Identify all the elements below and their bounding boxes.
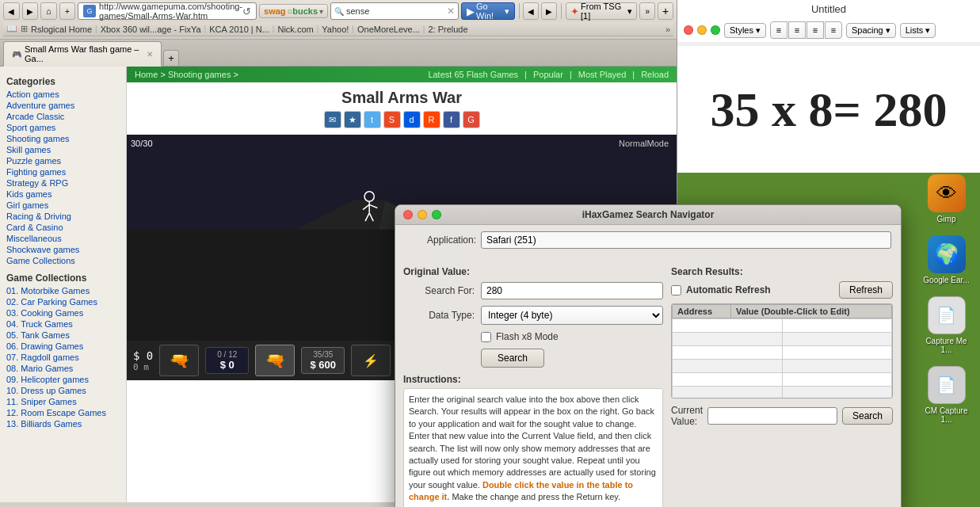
browser-search-bar[interactable]: 🔍 sense ✕ [330,2,459,20]
forward-button[interactable]: ▶ [22,2,39,20]
sidebar-link-skill[interactable]: Skill games [0,144,126,155]
align-right-button[interactable]: ≡ [806,21,824,39]
current-value-input[interactable] [707,407,837,425]
sidebar-carparking[interactable]: 02. Car Parking Games [0,296,126,307]
popular-link[interactable]: Popular [533,70,563,79]
sidebar-motorbike[interactable]: 01. Motorbike Games [0,285,126,296]
cm-capture-icon[interactable]: 📄 CM Capture 1... [921,366,972,424]
bookmark-nick[interactable]: Nick.com [277,25,313,34]
styles-select[interactable]: Styles ▾ [724,23,766,38]
active-tab[interactable]: 🎮 Small Arms War flash game – Ga... ✕ [3,41,162,67]
sidebar-ragdoll[interactable]: 07. Ragdoll games [0,352,126,363]
url-reload-button[interactable]: ↺ [242,6,251,17]
sidebar-link-sport[interactable]: Sport games [0,122,126,133]
bookmark-onemorelevels[interactable]: OneMoreLeve... [357,25,420,34]
sidebar-link-arcade[interactable]: Arcade Classic [0,111,126,122]
sidebar-link-girl[interactable]: Girl games [0,200,126,211]
more-button[interactable]: » [639,2,655,20]
val-cell-1[interactable] [782,319,892,333]
sidebar-sniper[interactable]: 11. Sniper Games [0,396,126,407]
gimp-icon[interactable]: 👁 Gimp [928,174,966,223]
bookmark-rslogical[interactable]: Rslogical Home [31,25,92,34]
bookmarks-icon[interactable]: 📖 [6,24,17,34]
sidebar-link-shooting[interactable]: Shooting games [0,133,126,144]
data-type-select[interactable]: Integer (4 byte) Integer (2 byte) Float … [481,306,663,325]
sidebar-tank[interactable]: 05. Tank Games [0,330,126,341]
val-cell-2[interactable] [782,333,892,346]
ihax-maximize-button[interactable] [432,210,441,219]
breadcrumb-home[interactable]: Home [135,70,158,79]
sidebar-helicopter[interactable]: 09. Helicopter games [0,374,126,385]
swagbucks-widget[interactable]: swag ○bucks ▾ [259,4,328,18]
bookmarks-more[interactable]: » [665,25,670,34]
align-center-button[interactable]: ≡ [788,21,806,39]
sidebar-link-shockwave[interactable]: Shockwave games [0,244,126,255]
latest-flash-link[interactable]: Latest 65 Flash Games [428,70,518,79]
weapon-pistol[interactable]: 🔫 [159,345,199,376]
sidebar-mario[interactable]: 08. Mario Games [0,363,126,374]
search-for-input[interactable] [481,282,663,299]
from-tsg-button[interactable]: ✦ From TSG [1] ▾ [566,2,637,20]
new-tab-icon[interactable]: + [163,50,179,66]
sidebar-billiards[interactable]: 13. Billiards Games [0,418,126,429]
ihax-minimize-button[interactable] [418,210,427,219]
share-stumble[interactable]: S [383,111,401,128]
share-bookmark[interactable]: ★ [344,111,361,128]
sidebar-link-adventure[interactable]: Adventure games [0,100,126,111]
url-bar[interactable]: G http://www.gamepuma.com/shooting-games… [78,2,257,20]
align-left-button[interactable]: ≡ [770,21,787,39]
share-twitter[interactable]: t [364,111,381,128]
sidebar-link-fighting[interactable]: Fighting games [0,166,126,177]
sidebar-link-racing[interactable]: Racing & Driving [0,211,126,222]
tab-close-button[interactable]: ✕ [147,50,153,59]
sidebar-link-puzzle[interactable]: Puzzle games [0,155,126,166]
share-google[interactable]: G [463,111,480,128]
swag-dropdown-arrow[interactable]: ▾ [319,7,323,16]
lists-select[interactable]: Lists ▾ [900,23,936,38]
back-button[interactable]: ◀ [3,2,20,20]
next-result-button[interactable]: ▶ [541,2,557,20]
sidebar-roomescape[interactable]: 12. Room Escape Games [0,407,126,418]
reload-link[interactable]: Reload [641,70,669,79]
bookmark-yahoo[interactable]: Yahoo! [322,25,349,34]
home-button[interactable]: ⌂ [40,2,57,20]
search-clear-icon[interactable]: ✕ [447,6,455,17]
addr-cell-2[interactable] [673,333,783,346]
refresh-button[interactable]: Refresh [839,281,893,299]
addr-cell-4[interactable] [673,360,783,373]
bookmark-xbox[interactable]: Xbox 360 wil...age - FixYa [101,25,201,34]
google-earth-icon[interactable]: 🌍 Google Ear... [923,235,969,284]
most-played-link[interactable]: Most Played [578,70,627,79]
search-button[interactable]: Search [481,349,544,368]
search-right-button[interactable]: Search [842,407,893,425]
mac-close-btn[interactable] [684,25,693,35]
sidebar-link-gamecollections[interactable]: Game Collections [0,255,126,266]
sidebar-truck[interactable]: 04. Truck Games [0,318,126,330]
val-cell-4[interactable] [782,360,892,373]
weapon-rifle[interactable]: 🔫 [255,345,295,376]
capture-me-icon[interactable]: 📄 Capture Me 1... [921,296,972,354]
sidebar-cooking[interactable]: 03. Cooking Games [0,307,126,318]
new-tab-button[interactable]: + [658,2,673,20]
val-cell-3[interactable] [782,346,892,360]
addr-cell-5[interactable] [673,373,783,387]
share-reddit[interactable]: R [423,111,440,128]
bookmark-kca[interactable]: KCA 2010 | N... [209,25,269,34]
sidebar-drawing[interactable]: 06. Drawing Games [0,341,126,352]
val-cell-6[interactable] [782,387,892,398]
mac-min-btn[interactable] [697,25,707,35]
sidebar-dressup[interactable]: 10. Dress up Games [0,385,126,396]
mac-max-btn[interactable] [711,25,720,35]
sidebar-link-card[interactable]: Card & Casino [0,222,126,233]
sidebar-link-kids[interactable]: Kids games [0,189,126,200]
add-tab-icon[interactable]: + [59,2,76,20]
addr-cell-1[interactable] [673,319,783,333]
spacing-select[interactable]: Spacing ▾ [846,23,896,38]
sidebar-link-strategy[interactable]: Strategy & RPG [0,177,126,189]
ihax-close-button[interactable] [403,210,413,219]
bookmarks-grid-icon[interactable]: ⊞ [21,24,28,34]
flash-x8-checkbox[interactable] [481,332,491,342]
prev-result-button[interactable]: ◀ [523,2,539,20]
weapon-extra[interactable]: ⚡ [351,345,391,376]
sidebar-link-action[interactable]: Action games [0,89,126,100]
